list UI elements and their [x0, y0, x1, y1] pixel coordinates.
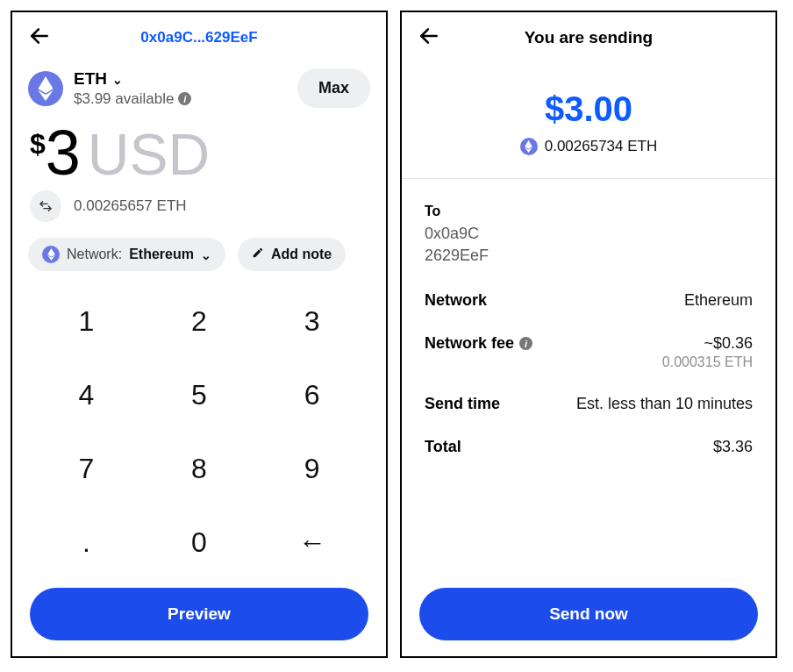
add-note-chip[interactable]: Add note — [238, 238, 346, 271]
swap-currency-button[interactable] — [30, 190, 61, 222]
key-0[interactable]: 0 — [143, 505, 256, 579]
eth-icon — [28, 71, 63, 106]
network-chip[interactable]: Network: Ethereum ⌄ — [28, 238, 225, 271]
swap-row: 0.00265657 ETH — [12, 190, 386, 238]
key-1[interactable]: 1 — [30, 285, 143, 359]
key-5[interactable]: 5 — [143, 359, 256, 433]
key-6[interactable]: 6 — [255, 359, 368, 433]
send-now-button[interactable]: Send now — [419, 588, 758, 640]
key-4[interactable]: 4 — [30, 359, 143, 433]
network-value: Ethereum — [129, 247, 194, 262]
network-label: Network: — [67, 247, 122, 262]
key-backspace[interactable]: ← — [255, 505, 368, 579]
eth-equivalent: 0.00265657 ETH — [74, 197, 187, 215]
sendtime-label: Send time — [425, 395, 500, 413]
chip-row: Network: Ethereum ⌄ Add note — [12, 238, 386, 280]
fee-eth: 0.000315 ETH — [662, 354, 753, 370]
network-value: Ethereum — [684, 291, 753, 310]
fee-label: Network fee i — [425, 334, 532, 353]
recipient-address-short: 0x0a9C...629EeF — [12, 29, 386, 46]
chevron-down-icon: ⌄ — [112, 73, 123, 87]
total-value: $3.36 — [713, 438, 753, 456]
to-label: To — [425, 204, 753, 219]
amount-usd: $3.00 — [402, 89, 775, 129]
key-3[interactable]: 3 — [255, 285, 368, 359]
confirm-amount: $3.00 0.00265734 ETH — [402, 89, 775, 155]
total-row: Total $3.36 — [425, 425, 753, 468]
eth-icon — [520, 138, 538, 155]
dollar-sign: $ — [30, 128, 46, 161]
sendtime-row: Send time Est. less than 10 minutes — [425, 382, 753, 425]
key-dot[interactable]: . — [30, 505, 143, 579]
fee-usd: ~$0.36 — [662, 334, 753, 353]
amount-eth: 0.00265734 ETH — [545, 138, 658, 155]
send-amount-screen: 0x0a9C...629EeF ETH ⌄ $3.99 available i … — [11, 11, 388, 658]
key-7[interactable]: 7 — [30, 433, 143, 506]
amount-display: $ 3 USD — [12, 113, 386, 190]
available-balance: $3.99 available — [74, 90, 174, 108]
key-2[interactable]: 2 — [143, 285, 256, 359]
chevron-down-icon: ⌄ — [201, 248, 211, 262]
total-label: Total — [425, 438, 461, 456]
network-label: Network — [425, 291, 487, 310]
add-note-label: Add note — [271, 247, 332, 262]
fee-row: Network fee i ~$0.36 0.000315 ETH — [425, 322, 753, 382]
network-row: Network Ethereum — [425, 279, 753, 322]
header: You are sending — [402, 12, 775, 58]
amount-value: 3 — [46, 117, 79, 189]
to-address: 0x0a9C 2629EeF — [425, 223, 753, 267]
key-9[interactable]: 9 — [255, 433, 368, 506]
preview-button[interactable]: Preview — [30, 588, 368, 640]
screen-title: You are sending — [402, 28, 775, 47]
confirm-send-screen: You are sending $3.00 0.00265734 ETH To … — [400, 11, 777, 658]
amount-currency: USD — [88, 121, 210, 188]
key-8[interactable]: 8 — [143, 433, 256, 506]
info-icon[interactable]: i — [178, 92, 191, 105]
max-button[interactable]: Max — [297, 68, 370, 108]
details: To 0x0a9C 2629EeF Network Ethereum Netwo… — [402, 179, 775, 581]
header: 0x0a9C...629EeF — [12, 12, 386, 58]
asset-selector[interactable]: ETH ⌄ $3.99 available i Max — [12, 58, 386, 113]
info-icon[interactable]: i — [519, 337, 532, 350]
asset-info: ETH ⌄ $3.99 available i — [74, 69, 287, 108]
back-icon[interactable] — [28, 25, 51, 51]
eth-icon — [42, 246, 60, 263]
asset-symbol: ETH — [74, 69, 107, 89]
pencil-icon — [252, 247, 264, 262]
keypad: 1 2 3 4 5 6 7 8 9 . 0 ← — [12, 280, 386, 581]
sendtime-value: Est. less than 10 minutes — [576, 395, 753, 413]
